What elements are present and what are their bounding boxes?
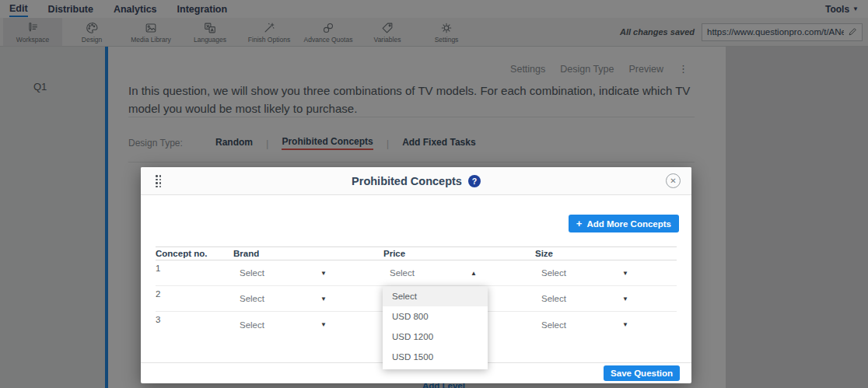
select-value: Select xyxy=(390,268,415,278)
size-select-row3[interactable]: Select ▼ xyxy=(535,320,635,330)
dropdown-option-select[interactable]: Select xyxy=(383,286,488,306)
size-select-row2[interactable]: Select ▼ xyxy=(535,294,635,303)
col-concept-no: Concept no. xyxy=(156,249,233,258)
chevron-down-icon: ▼ xyxy=(320,270,327,277)
page: Edit Distribute Analytics Integration To… xyxy=(0,0,868,388)
dropdown-option-usd-800[interactable]: USD 800 xyxy=(383,306,488,327)
save-question-button[interactable]: Save Question xyxy=(604,365,680,381)
dropdown-option-usd-1500[interactable]: USD 1500 xyxy=(383,347,488,367)
close-icon[interactable]: ✕ xyxy=(666,173,681,188)
table-header-row: Concept no. Brand Price Size xyxy=(156,246,677,260)
select-value: Select xyxy=(541,320,566,330)
price-select-row1[interactable]: Select ▲ xyxy=(383,268,483,278)
brand-select-row1[interactable]: Select ▼ xyxy=(233,268,333,278)
chevron-up-icon: ▲ xyxy=(471,270,477,277)
help-icon[interactable]: ? xyxy=(468,175,481,187)
dropdown-option-usd-1200[interactable]: USD 1200 xyxy=(383,327,488,347)
concept-number: 1 xyxy=(156,260,233,273)
prohibited-concepts-modal: Prohibited Concepts ? ✕ + Add More Conce… xyxy=(141,167,691,383)
size-select-row1[interactable]: Select ▼ xyxy=(535,268,635,278)
modal-title: Prohibited Concepts xyxy=(352,175,462,187)
chevron-down-icon: ▼ xyxy=(320,321,327,328)
plus-icon: + xyxy=(576,218,583,229)
add-more-concepts-label: Add More Concepts xyxy=(586,219,671,229)
table-row: 1 Select ▼ Select ▲ Select ▼ xyxy=(156,260,677,286)
modal-header: Prohibited Concepts ? ✕ xyxy=(141,167,691,195)
select-value: Select xyxy=(240,268,264,278)
col-price: Price xyxy=(383,249,535,258)
concept-number: 3 xyxy=(156,312,233,324)
concept-number: 2 xyxy=(156,286,233,299)
col-size: Size xyxy=(535,249,677,258)
chevron-down-icon: ▼ xyxy=(622,270,628,277)
select-value: Select xyxy=(240,320,264,330)
modal-title-wrap: Prohibited Concepts ? xyxy=(352,175,481,187)
add-more-concepts-button[interactable]: + Add More Concepts xyxy=(569,215,679,232)
chevron-down-icon: ▼ xyxy=(622,321,628,328)
col-brand: Brand xyxy=(233,249,383,258)
chevron-down-icon: ▼ xyxy=(320,295,327,302)
select-value: Select xyxy=(541,294,566,303)
select-value: Select xyxy=(541,268,566,278)
select-value: Select xyxy=(240,294,264,303)
brand-select-row3[interactable]: Select ▼ xyxy=(233,320,333,330)
brand-select-row2[interactable]: Select ▼ xyxy=(233,294,333,303)
drag-handle-icon[interactable] xyxy=(156,175,162,188)
chevron-down-icon: ▼ xyxy=(622,295,628,302)
price-dropdown-menu: Select USD 800 USD 1200 USD 1500 xyxy=(383,286,488,369)
